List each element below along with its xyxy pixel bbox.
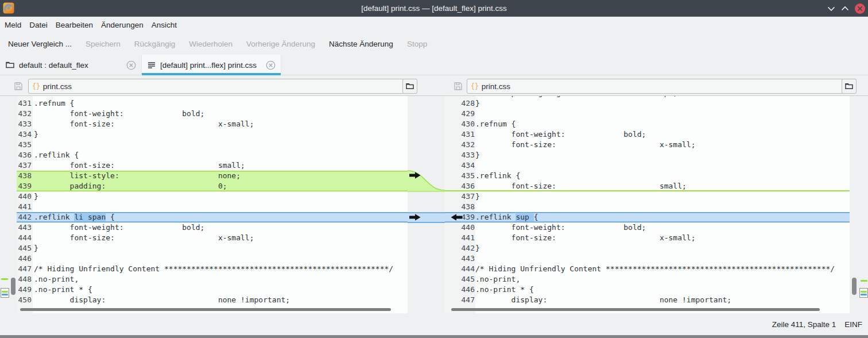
line-text bbox=[475, 160, 850, 171]
code-line-435[interactable]: 435 bbox=[17, 140, 408, 150]
code-line-438[interactable]: 438 list-style: none; bbox=[17, 171, 408, 181]
code-line-449[interactable]: 449.no-print * { bbox=[17, 285, 408, 295]
menu-bearbeiten[interactable]: Bearbeiten bbox=[52, 18, 97, 32]
line-text bbox=[33, 254, 408, 264]
inline-diff-highlight: sup bbox=[516, 213, 533, 221]
code-line-437[interactable]: 437 font-size: small; bbox=[17, 160, 408, 171]
code-line-446[interactable]: 446.no-print * { bbox=[445, 285, 850, 295]
code-line-441[interactable]: 441 bbox=[17, 202, 408, 212]
tab-file-comparison[interactable]: [default] print...flex] print.css bbox=[142, 55, 281, 75]
left-open-file-button[interactable] bbox=[402, 79, 417, 94]
code-line-443[interactable]: 443 bbox=[445, 254, 850, 264]
line-number: 429 bbox=[445, 109, 475, 119]
line-number: 432 bbox=[445, 140, 475, 150]
toolbar: Neuer Vergleich ...SpeichernRückgängigWi… bbox=[0, 33, 868, 55]
toolbar-nächste-änderung[interactable]: Nächste Änderung bbox=[323, 35, 399, 53]
line-number: 441 bbox=[445, 233, 475, 243]
line-number: 444 bbox=[17, 233, 33, 243]
code-line-438[interactable]: 438 bbox=[445, 202, 850, 212]
code-line-444[interactable]: 444 font-size: x-small; bbox=[17, 233, 408, 243]
code-line-428[interactable]: 428} bbox=[445, 98, 850, 109]
diff-content: 431.refnum {432 font-weight: bold;433 fo… bbox=[0, 96, 868, 313]
code-line-439[interactable]: 439.reflink sup { bbox=[445, 212, 850, 222]
maximize-button[interactable] bbox=[840, 0, 852, 17]
code-line-434[interactable]: 434} bbox=[17, 129, 408, 140]
toolbar-neuer-vergleich[interactable]: Neuer Vergleich ... bbox=[2, 35, 78, 53]
line-text: .reflink li span { bbox=[33, 212, 408, 222]
tab-folder-comparison[interactable]: default : default_flex bbox=[0, 55, 142, 75]
code-line-448[interactable]: 448.no-print, bbox=[17, 274, 408, 285]
line-number: 440 bbox=[17, 191, 33, 202]
code-line-437[interactable]: 437} bbox=[445, 191, 850, 202]
line-text: padding: 0; bbox=[33, 181, 408, 191]
save-icon[interactable] bbox=[14, 82, 22, 90]
code-line-442[interactable]: 442} bbox=[445, 243, 850, 254]
line-number: 430 bbox=[445, 119, 475, 129]
right-open-file-button[interactable] bbox=[842, 79, 857, 94]
close-button[interactable] bbox=[854, 0, 866, 17]
code-line-443[interactable]: 443 font-weight: bold; bbox=[17, 222, 408, 233]
save-icon[interactable] bbox=[454, 82, 462, 90]
statusbar: Zeile 411, Spalte 1 EINF bbox=[0, 313, 868, 335]
inline-diff-highlight: li span bbox=[74, 213, 106, 221]
diffmap-viewport-indicator[interactable] bbox=[859, 288, 868, 298]
right-vertical-scrollbar[interactable] bbox=[852, 278, 857, 295]
menu-datei[interactable]: Datei bbox=[25, 18, 52, 32]
code-line-445[interactable]: 445.no-print, bbox=[445, 274, 850, 285]
line-number: 428 bbox=[445, 98, 475, 109]
code-line-447[interactable]: 447 display: none !important; bbox=[445, 295, 850, 305]
code-line-430[interactable]: 430.refnum { bbox=[445, 119, 850, 129]
menu-ansicht[interactable]: Ansicht bbox=[148, 18, 181, 32]
left-file-entry[interactable]: {} print.css bbox=[28, 79, 417, 94]
code-line-442[interactable]: 442.reflink li span { bbox=[17, 212, 408, 222]
code-line-441[interactable]: 441 font-size: x-small; bbox=[445, 233, 850, 243]
left-pane-lines: 431.refnum {432 font-weight: bold;433 fo… bbox=[17, 98, 408, 305]
right-filename: print.css bbox=[482, 82, 842, 91]
line-text: .no-print, bbox=[475, 274, 850, 285]
left-horizontal-scrollbar[interactable] bbox=[20, 308, 391, 311]
folder-icon bbox=[845, 83, 853, 90]
line-number: 445 bbox=[17, 243, 33, 254]
push-change-right-arrow[interactable] bbox=[409, 214, 421, 221]
code-line-440[interactable]: 440 font-weight: bold; bbox=[445, 222, 850, 233]
code-line-444[interactable]: 444/* Hiding Unfriendly Content ********… bbox=[445, 264, 850, 274]
push-change-left-arrow[interactable] bbox=[451, 214, 462, 221]
code-line-450[interactable]: 450 display: none !important; bbox=[17, 295, 408, 305]
line-text: font-size: small; bbox=[33, 160, 408, 171]
code-line-432[interactable]: 432 font-size: x-small; bbox=[445, 140, 850, 150]
code-line-431[interactable]: 431 font-weight: bold; bbox=[445, 129, 850, 140]
code-line-439[interactable]: 439 padding: 0; bbox=[17, 181, 408, 191]
minimize-button[interactable] bbox=[827, 0, 838, 17]
menu-änderungen[interactable]: Änderungen bbox=[97, 18, 148, 32]
window-title: [default] print.css — [default_flex] pri… bbox=[0, 0, 868, 17]
chevron-down-icon bbox=[827, 4, 836, 13]
tab-close-icon[interactable] bbox=[266, 60, 276, 70]
code-line-429[interactable]: 429 bbox=[445, 109, 850, 119]
code-line-436[interactable]: 436.reflink { bbox=[17, 150, 408, 160]
diffmap-chunk-mark bbox=[2, 294, 8, 295]
left-vertical-scrollbar[interactable] bbox=[11, 278, 16, 295]
push-change-right-arrow[interactable] bbox=[409, 172, 421, 179]
code-line-435[interactable]: 435.reflink { bbox=[445, 171, 850, 181]
code-line-431[interactable]: 431.refnum { bbox=[17, 98, 408, 109]
code-line-447[interactable]: 447/* Hiding Unfriendly Content ********… bbox=[17, 264, 408, 274]
diffmap-chunk-mark[interactable] bbox=[861, 280, 867, 282]
line-number: 442 bbox=[445, 243, 475, 254]
diffmap-viewport-indicator[interactable] bbox=[1, 288, 9, 298]
code-line-440[interactable]: 440} bbox=[17, 191, 408, 202]
right-horizontal-scrollbar[interactable] bbox=[451, 308, 820, 311]
code-line-445[interactable]: 445} bbox=[17, 243, 408, 254]
css-file-icon: {} bbox=[32, 82, 40, 90]
code-line-434[interactable]: 434 bbox=[445, 160, 850, 171]
menu-meld[interactable]: Meld bbox=[1, 18, 25, 32]
tab-close-icon[interactable] bbox=[126, 60, 136, 70]
code-line-433[interactable]: 433} bbox=[445, 150, 850, 160]
titlebar: [default] print.css — [default_flex] pri… bbox=[0, 0, 868, 17]
diffmap-chunk-mark[interactable] bbox=[1, 278, 8, 280]
code-line-446[interactable]: 446 bbox=[17, 254, 408, 264]
code-line-433[interactable]: 433 font-size: x-small; bbox=[17, 119, 408, 129]
line-number: 444 bbox=[445, 264, 475, 274]
code-line-432[interactable]: 432 font-weight: bold; bbox=[17, 109, 408, 119]
line-text: font-size: x-small; bbox=[475, 233, 850, 243]
right-file-entry[interactable]: {} print.css bbox=[467, 79, 857, 94]
